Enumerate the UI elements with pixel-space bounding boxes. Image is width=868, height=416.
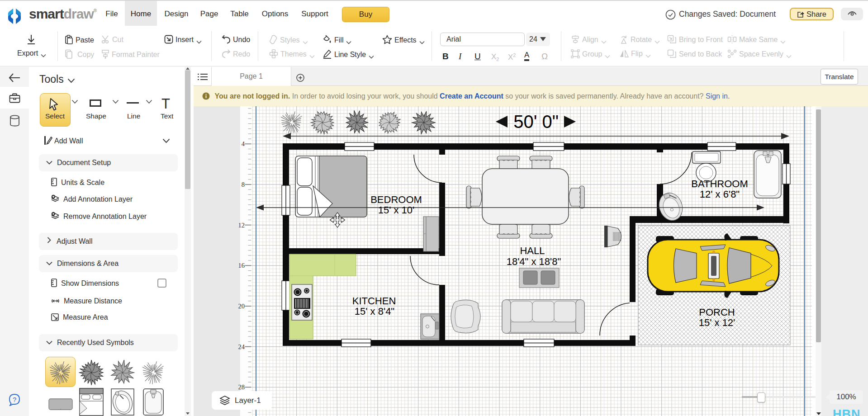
svg-text:BATHROOM: BATHROOM — [691, 178, 748, 189]
svg-text:8: 8 — [242, 181, 245, 188]
svg-text:HALL: HALL — [520, 245, 545, 256]
svg-text:15' x 8'4": 15' x 8'4" — [355, 306, 394, 317]
svg-text:16: 16 — [238, 262, 245, 269]
svg-text:12: 12 — [238, 222, 245, 229]
svg-text:KITCHEN: KITCHEN — [352, 295, 396, 307]
svg-text:50' 0": 50' 0" — [513, 112, 559, 132]
svg-text:?: ? — [13, 396, 16, 403]
svg-text:15' x 12': 15' x 12' — [699, 317, 735, 328]
svg-text:12' x 6'8": 12' x 6'8" — [700, 189, 740, 200]
svg-text:28: 28 — [238, 383, 245, 391]
svg-text:18'4" x 18'8": 18'4" x 18'8" — [507, 256, 561, 267]
svg-text:BEDROOM: BEDROOM — [370, 194, 422, 205]
svg-text:PORCH: PORCH — [699, 307, 735, 318]
svg-text:4: 4 — [242, 140, 245, 147]
svg-text:15' x 10': 15' x 10' — [378, 204, 415, 216]
svg-text:20: 20 — [238, 303, 245, 310]
svg-text:24: 24 — [238, 343, 245, 350]
